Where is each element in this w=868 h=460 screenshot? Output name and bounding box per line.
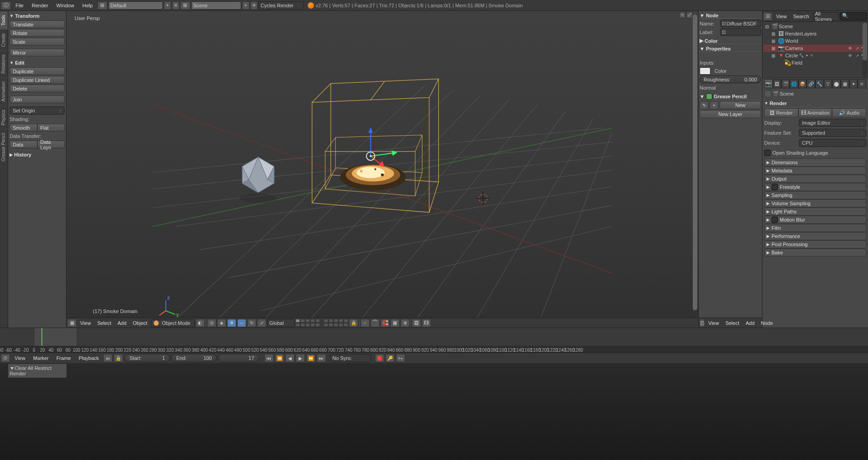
property-panel-dimensions[interactable]: Dimensions [764,158,866,167]
tab-physics[interactable]: Physics [0,106,8,129]
current-frame-field[interactable]: 17 [218,354,259,362]
panel-checkbox[interactable] [772,184,778,190]
keyframe-next-icon[interactable]: ⏩ [306,354,315,362]
end-frame-field[interactable]: End:100 [171,354,217,362]
tab-renderlayer-icon[interactable]: 🖼 [773,79,782,88]
manipulator-rotate-icon[interactable]: ↻ [247,319,256,327]
scene-add-button[interactable]: + [242,1,249,10]
outliner-row[interactable]: 💫Field [763,59,867,66]
outliner-menu-search[interactable]: Search [791,14,812,19]
outliner-scroll-thumb[interactable] [863,23,867,61]
proportional-edit-icon[interactable]: ○ [360,319,370,327]
scene-dropdown[interactable]: Scene [191,1,241,10]
tl-menu-marker[interactable]: Marker [30,355,52,361]
restrict-toggle-icon[interactable]: ↗ [854,45,860,51]
viewport-shading-icon[interactable]: ◐ [196,319,205,327]
outliner-row[interactable]: ⊞📷Camera👁↗📷 [763,45,867,52]
render-engine-dropdown[interactable]: Cycles Render [259,1,304,10]
join-button[interactable]: Join [10,96,65,103]
tab-particle-icon[interactable]: ✦ [849,79,858,88]
outliner-row[interactable]: ⊟🎬Scene [763,23,867,30]
tab-scene-icon[interactable]: 🎬 [781,79,790,88]
tab-relations[interactable]: Relations [0,51,8,77]
tl-menu-view[interactable]: View [11,355,29,361]
menu-window[interactable]: Window [53,3,78,8]
device-dropdown[interactable]: CPU [799,139,866,147]
node-label-field[interactable]: ⊡ [720,28,761,36]
view3d-menu-add[interactable]: Add [115,320,129,326]
roughness-field[interactable]: Roughness: 0.000 [700,76,761,83]
property-panel-freestyle[interactable]: Freestyle [764,183,866,191]
opengl-anim-icon[interactable]: 🎞 [422,319,431,327]
tab-object-icon[interactable]: 📦 [798,79,807,88]
mode-dropdown[interactable]: ⬤ Object Mode [151,319,195,327]
tab-create[interactable]: Create [0,29,8,51]
featureset-dropdown[interactable]: Supported [799,129,866,137]
keying-set-icon[interactable]: 🔑 [386,354,395,362]
editor-type-3dview-icon[interactable]: ▦ [67,319,76,327]
render-panel-header[interactable]: Render [764,99,866,107]
property-panel-sampling[interactable]: Sampling [764,191,866,199]
layout-add-button[interactable]: + [164,1,171,10]
property-panel-volume-sampling[interactable]: Volume Sampling [764,199,866,207]
audio-button[interactable]: 🔊 Audio [832,108,866,117]
animation-button[interactable]: 🎞 Animation [798,108,832,117]
snap-element-icon[interactable]: ▦ [391,319,400,327]
gp-new-layer-button[interactable]: New Layer [700,110,761,118]
node-menu-node[interactable]: Node [758,320,776,326]
play-reverse-icon[interactable]: ◀ [285,354,294,362]
pivot-icon[interactable]: ⊙ [207,319,216,327]
menu-help[interactable]: Help [79,3,96,8]
outliner-row[interactable]: ⊞🌐World [763,37,867,45]
color-panel-header[interactable]: Color [700,37,761,44]
outliner-tree[interactable]: ⊟🎬Scene⊞🖼RenderLayers⊞⊞🌐World⊞📷Camera👁↗📷… [762,22,868,67]
start-frame-field[interactable]: Start:1 [124,354,170,362]
layout-delete-button[interactable]: ✕ [172,1,179,10]
orientation-dropdown[interactable]: Global [267,319,294,327]
jump-start-icon[interactable]: ⏮ [264,354,274,362]
outliner-row[interactable]: ⊞🔻Circle 🔧 ✦ ⚛👁↗📷 [763,52,867,59]
restrict-toggle-icon[interactable]: 👁 [847,45,853,51]
editor-type-timeline-icon[interactable]: ⏱ [1,354,10,362]
playhead[interactable] [41,328,42,346]
mirror-button[interactable]: Mirror [10,49,65,56]
data-layout-button[interactable]: Data Layo [37,141,65,148]
property-panel-film[interactable]: Film [764,224,866,232]
grease-pencil-header[interactable]: Grease Pencil [700,92,761,100]
node-menu-view[interactable]: View [706,320,722,326]
proportional-falloff-icon[interactable]: ⁀ [371,319,380,327]
manipulator-toggle-icon[interactable]: ✥ [227,319,236,327]
use-preview-range-icon[interactable]: ⏯ [103,354,112,362]
node-menu-add[interactable]: Add [743,320,757,326]
tab-grease-pencil[interactable]: Grease Pencil [0,129,8,165]
smooth-button[interactable]: Smooth [10,124,37,131]
set-origin-dropdown[interactable]: Set Origin [10,106,65,115]
node-name-field[interactable]: ⊡Diffuse BSDF [720,20,761,27]
property-panel-motion-blur[interactable]: Motion Blur [764,216,866,224]
viewport-scroll-thumb[interactable] [693,15,697,310]
property-panel-light-paths[interactable]: Light Paths [764,207,866,216]
rotate-button[interactable]: Rotate [10,29,65,37]
sync-dropdown[interactable]: No Sync [330,354,371,362]
lock-layers-icon[interactable]: 🔒 [349,319,358,327]
tab-modifier-icon[interactable]: 🔧 [815,79,824,88]
expand-icon[interactable]: ⊞ [772,31,777,36]
tl-menu-playback[interactable]: Playback [76,355,102,361]
snap-icon[interactable]: 🧲 [381,319,390,327]
tab-physics-icon[interactable]: ⚛ [858,79,866,88]
display-dropdown[interactable]: Image Editor [799,119,866,127]
expand-icon[interactable]: ⊞ [772,46,777,51]
edit-header[interactable]: Edit [10,59,65,66]
editor-type-outliner-icon[interactable]: ☰ [763,12,772,20]
restrict-toggle-icon[interactable]: 👁 [847,52,853,59]
panel-checkbox[interactable] [772,217,778,223]
outliner-row[interactable]: ⊞🖼RenderLayers⊞ [763,30,867,37]
duplicate-linked-button[interactable]: Duplicate Linked [10,76,65,84]
menu-file[interactable]: File [12,3,27,8]
translate-button[interactable]: Translate [10,20,65,28]
screen-layout-dropdown[interactable]: Default [108,1,163,10]
tab-texture-icon[interactable]: ▦ [841,79,849,88]
layout-browse-icon[interactable]: ⊞ [97,1,107,10]
view3d-menu-object[interactable]: Object [130,320,150,326]
render-button[interactable]: 🖼 Render [764,108,798,117]
